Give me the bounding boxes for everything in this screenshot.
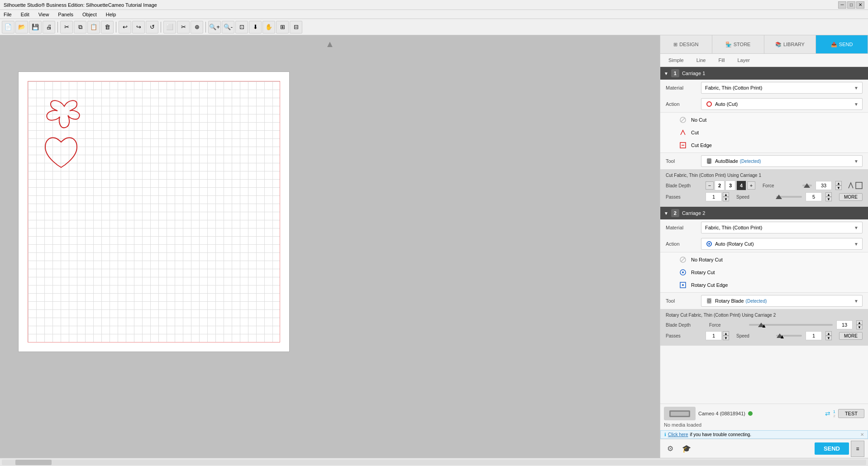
zoom-fit-button[interactable]: ⊡ bbox=[235, 21, 248, 33]
c2-passes-label: Passes bbox=[666, 333, 702, 338]
print-button[interactable]: 🖨 bbox=[43, 21, 55, 33]
svg-point-14 bbox=[682, 284, 684, 286]
menu-file[interactable]: File bbox=[2, 12, 14, 17]
maximize-button[interactable]: □ bbox=[847, 1, 855, 9]
minimize-button[interactable]: ─ bbox=[838, 1, 846, 9]
carriage1-more-button[interactable]: MORE bbox=[839, 193, 863, 201]
copy-button[interactable]: ⧉ bbox=[74, 21, 86, 33]
c2-passes-value[interactable]: 1 bbox=[706, 331, 722, 340]
info-link[interactable]: Click here bbox=[668, 432, 688, 437]
force-up[interactable]: ▲ bbox=[835, 181, 842, 185]
delete-button[interactable]: 🗑 bbox=[101, 21, 114, 33]
c2-passes-down[interactable]: ▼ bbox=[723, 336, 729, 340]
subtab-fill[interactable]: Fill bbox=[714, 57, 729, 64]
save-button[interactable]: 💾 bbox=[29, 21, 42, 33]
close-button[interactable]: ✕ bbox=[856, 1, 864, 9]
canvas-area[interactable]: ▲ bbox=[0, 35, 660, 458]
speed-spinner: ▲ ▼ bbox=[825, 192, 832, 201]
c2-speed-down[interactable]: ▼ bbox=[825, 336, 832, 340]
c2-speed-slider[interactable]: ▲ bbox=[776, 335, 802, 337]
grid-button[interactable]: ⊞ bbox=[276, 21, 289, 33]
carriage1-tool-select[interactable]: AutoBlade (Detected) ▼ bbox=[701, 155, 863, 167]
c2-force-value[interactable]: 13 bbox=[836, 320, 853, 329]
carriage2-more-button[interactable]: MORE bbox=[839, 332, 863, 340]
menu-panels[interactable]: Panels bbox=[56, 12, 75, 17]
weld-button[interactable]: ⊕ bbox=[191, 21, 203, 33]
menu-view[interactable]: View bbox=[37, 12, 51, 17]
carriage1-action-select[interactable]: Auto (Cut) ▼ bbox=[701, 98, 863, 110]
open-button[interactable]: 📂 bbox=[15, 21, 28, 33]
c2-force-down[interactable]: ▼ bbox=[856, 325, 863, 329]
c2-speed-value[interactable]: 1 bbox=[806, 331, 822, 340]
cut-option[interactable]: Cut bbox=[660, 126, 868, 139]
redo-button[interactable]: ↪ bbox=[132, 21, 145, 33]
knife-button[interactable]: ✂ bbox=[177, 21, 190, 33]
zoom-out-button[interactable]: 🔍- bbox=[222, 21, 234, 33]
pan-down-button[interactable]: ⬇ bbox=[249, 21, 262, 33]
carriage2-tool-select[interactable]: Rotary Blade (Detected) ▼ bbox=[701, 295, 863, 307]
passes-down[interactable]: ▼ bbox=[723, 197, 729, 201]
h-scrollbar[interactable] bbox=[2, 460, 866, 465]
c2-passes-up[interactable]: ▲ bbox=[723, 331, 729, 336]
undo-button[interactable]: ↩ bbox=[119, 21, 131, 33]
device-name: Cameo 4 (08818941) bbox=[698, 411, 745, 416]
speed-slider[interactable] bbox=[776, 196, 802, 198]
rotate-button[interactable]: ↺ bbox=[146, 21, 158, 33]
blade-minus-button[interactable]: − bbox=[706, 181, 714, 190]
carriage2-action-select[interactable]: Auto (Rotary Cut) ▼ bbox=[701, 238, 863, 250]
paste-button[interactable]: 📋 bbox=[87, 21, 100, 33]
force-slider[interactable] bbox=[802, 185, 812, 186]
tab-library[interactable]: 📚 LIBRARY bbox=[764, 35, 816, 53]
blade-num-2[interactable]: 2 bbox=[715, 181, 725, 190]
h-scrollbar-thumb[interactable] bbox=[15, 460, 52, 465]
no-rotary-cut-option[interactable]: No Rotary Cut bbox=[660, 253, 868, 266]
speed-label: Speed bbox=[736, 195, 773, 200]
graduation-icon[interactable]: 🎓 bbox=[680, 442, 693, 455]
speed-down[interactable]: ▼ bbox=[825, 197, 832, 201]
subtab-simple[interactable]: Simple bbox=[664, 57, 688, 64]
carriage1-collapse[interactable]: ▼ bbox=[664, 71, 668, 76]
align-button[interactable]: ⊟ bbox=[290, 21, 302, 33]
nocut-option[interactable]: No Cut bbox=[660, 114, 868, 126]
passes-up[interactable]: ▲ bbox=[723, 192, 729, 197]
carriage2-number: 2 bbox=[671, 209, 679, 217]
speed-value[interactable]: 5 bbox=[806, 192, 822, 201]
tool-dropdown-arrow: ▼ bbox=[854, 159, 858, 164]
tab-send[interactable]: 📤 SEND bbox=[816, 35, 868, 53]
blade-num-3[interactable]: 3 bbox=[725, 181, 735, 190]
cut-edge-option[interactable]: Cut Edge bbox=[660, 139, 868, 152]
subtab-line[interactable]: Line bbox=[692, 57, 711, 64]
force-down[interactable]: ▼ bbox=[835, 185, 842, 190]
c2-speed-up[interactable]: ▲ bbox=[825, 331, 832, 336]
close-info-button[interactable]: ✕ bbox=[860, 432, 864, 437]
test-button[interactable]: TEST bbox=[838, 409, 864, 418]
c2-force-slider[interactable]: ▲ bbox=[749, 324, 833, 326]
pan-button[interactable]: ✋ bbox=[262, 21, 275, 33]
menu-object[interactable]: Object bbox=[81, 12, 99, 17]
carriage2-collapse[interactable]: ▼ bbox=[664, 211, 668, 216]
settings-icon[interactable]: ⚙ bbox=[664, 442, 677, 455]
select-button[interactable]: ⬜ bbox=[163, 21, 176, 33]
passes-value[interactable]: 1 bbox=[706, 192, 722, 201]
new-button[interactable]: 📄 bbox=[2, 21, 14, 33]
blade-plus-button[interactable]: + bbox=[747, 181, 755, 190]
carriage2-material-select[interactable]: Fabric, Thin (Cotton Print) ▼ bbox=[701, 222, 863, 233]
blade-num-4[interactable]: 4 bbox=[736, 181, 746, 190]
send-button[interactable]: SEND bbox=[815, 442, 849, 455]
zoom-in-button[interactable]: 🔍+ bbox=[208, 21, 221, 33]
c2-force-up[interactable]: ▲ bbox=[856, 320, 863, 325]
send-options-button[interactable]: ≡ bbox=[851, 441, 864, 457]
cut-button[interactable]: ✂ bbox=[60, 21, 73, 33]
rotary-cut-option[interactable]: Rotary Cut bbox=[660, 266, 868, 279]
force-value[interactable]: 33 bbox=[816, 181, 832, 190]
tab-store[interactable]: 🏪 STORE bbox=[712, 35, 764, 53]
tab-design[interactable]: ⊞ DESIGN bbox=[660, 35, 712, 53]
speed-up[interactable]: ▲ bbox=[825, 192, 832, 197]
subtab-layer[interactable]: Layer bbox=[733, 57, 754, 64]
menu-help[interactable]: Help bbox=[104, 12, 118, 17]
c2-tool-dropdown-arrow: ▼ bbox=[854, 299, 858, 304]
carriage1-material-select[interactable]: Fabric, Thin (Cotton Print) ▼ bbox=[701, 82, 863, 94]
svg-point-0 bbox=[707, 102, 711, 106]
menu-edit[interactable]: Edit bbox=[19, 12, 31, 17]
rotary-cut-edge-option[interactable]: Rotary Cut Edge bbox=[660, 279, 868, 291]
